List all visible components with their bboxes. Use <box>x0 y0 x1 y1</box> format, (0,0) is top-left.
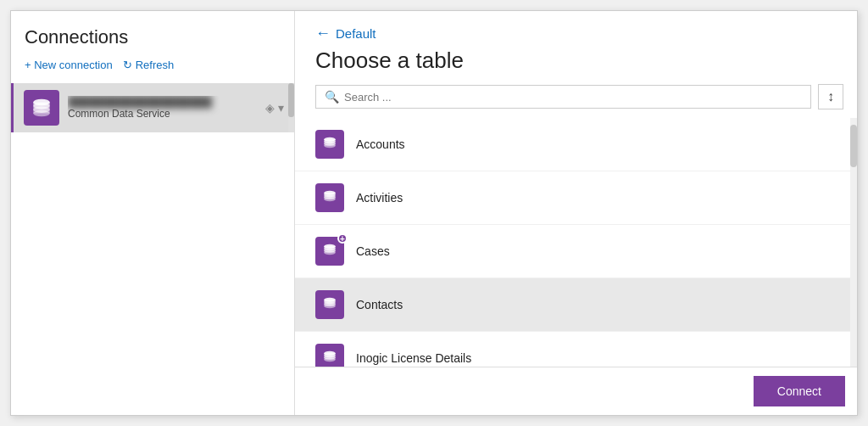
svg-point-27 <box>324 250 335 255</box>
connect-button[interactable]: Connect <box>754 376 845 406</box>
refresh-icon: ↻ <box>123 59 132 71</box>
right-panel: ← Default Choose a table 🔍 ↕ <box>295 11 857 415</box>
right-footer: Connect <box>295 367 857 415</box>
connection-list: ████████████████████ Common Data Service… <box>11 83 294 415</box>
table-row[interactable]: Accounts <box>295 118 857 171</box>
back-label: Default <box>336 26 376 41</box>
table-row[interactable]: Activities <box>295 171 857 225</box>
table-icon-activities <box>315 183 344 212</box>
svg-point-34 <box>324 304 335 308</box>
connection-badge-icon: ◈ <box>265 101 275 115</box>
svg-point-6 <box>33 110 50 117</box>
table-label-accounts: Accounts <box>356 137 405 151</box>
left-header: Connections + New connection ↻ Refresh <box>11 11 294 80</box>
table-label-inogic: Inogic License Details <box>356 351 471 365</box>
connection-name: ████████████████████ <box>68 96 265 108</box>
table-list: Accounts Activities <box>295 118 857 367</box>
table-icon-accounts <box>315 130 344 159</box>
sort-icon: ↕ <box>827 89 834 104</box>
left-panel: Connections + New connection ↻ Refresh <box>11 11 295 415</box>
table-label-activities: Activities <box>356 191 403 205</box>
table-row[interactable]: Inogic License Details <box>295 332 857 367</box>
svg-point-41 <box>324 357 335 362</box>
table-row[interactable]: + Cases <box>295 225 857 278</box>
connection-item[interactable]: ████████████████████ Common Data Service… <box>11 83 294 132</box>
connection-icon <box>24 90 59 126</box>
connection-chevron-icon: ▾ <box>278 101 284 115</box>
refresh-button[interactable]: ↻ Refresh <box>123 57 175 73</box>
right-scrollbar <box>850 118 857 367</box>
choose-table-title: Choose a table <box>315 48 843 74</box>
connection-info: ████████████████████ Common Data Service <box>68 96 265 120</box>
search-box: 🔍 <box>315 85 811 109</box>
connections-title: Connections <box>25 26 281 48</box>
left-toolbar: + New connection ↻ Refresh <box>25 57 281 73</box>
search-sort-row: 🔍 ↕ <box>295 84 857 118</box>
connection-actions: ◈ ▾ <box>265 101 284 115</box>
back-row[interactable]: ← Default <box>315 25 843 42</box>
svg-point-13 <box>324 143 335 148</box>
right-header: ← Default Choose a table <box>295 11 857 84</box>
plus-badge-icon: + <box>337 233 348 244</box>
table-icon-inogic <box>315 344 344 367</box>
new-connection-button[interactable]: + New connection <box>25 57 113 73</box>
table-icon-contacts <box>315 290 344 319</box>
search-input[interactable] <box>344 91 802 104</box>
main-window: Connections + New connection ↻ Refresh <box>10 10 858 416</box>
back-arrow-icon: ← <box>315 25 331 42</box>
table-row[interactable]: Contacts <box>295 278 857 332</box>
search-icon: 🔍 <box>325 90 339 104</box>
svg-point-20 <box>324 197 335 201</box>
table-label-cases: Cases <box>356 244 390 258</box>
table-label-contacts: Contacts <box>356 298 403 311</box>
sort-button[interactable]: ↕ <box>818 84 843 109</box>
right-scrollbar-thumb <box>850 125 857 167</box>
connection-type: Common Data Service <box>68 108 265 120</box>
table-icon-cases: + <box>315 237 344 266</box>
